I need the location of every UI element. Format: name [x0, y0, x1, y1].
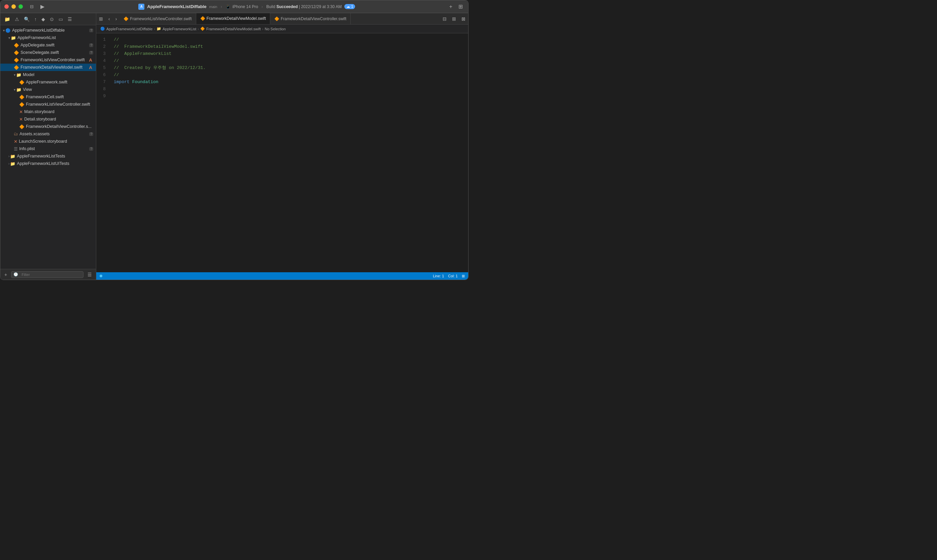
- badge-modified: A: [88, 58, 93, 63]
- line-info: Line: 1: [433, 274, 444, 278]
- layout-icon[interactable]: ⊞: [462, 274, 465, 278]
- badge: ?: [89, 132, 93, 136]
- search-icon-btn[interactable]: 🔍: [23, 16, 31, 23]
- breadcrumb-file-icon: 🔶: [200, 26, 205, 31]
- swift-tab-icon: 🔶: [200, 16, 205, 21]
- tree-label: AppleFrameworkList: [17, 35, 93, 40]
- breadcrumb-sep1: ›: [154, 27, 155, 31]
- breadcrumb-file[interactable]: FrameworkDetailViewModel.swift: [206, 27, 261, 31]
- tree-label: SceneDelegate.swift: [20, 50, 88, 55]
- tree-item-xcassets[interactable]: 🗂 Assets.xcassets ?: [0, 130, 96, 138]
- line-num-7: 7: [96, 78, 106, 86]
- breadcrumb-project-icon: 🔵: [100, 26, 105, 31]
- sep2: ›: [262, 4, 263, 9]
- badge: ?: [89, 29, 93, 32]
- tab-frameworkdetailviewmodel[interactable]: 🔶 FrameworkDetailViewModel.swift: [196, 13, 271, 24]
- status-dot: [100, 275, 102, 277]
- filter-input[interactable]: [20, 272, 81, 277]
- forward-button[interactable]: ›: [113, 13, 120, 24]
- tree-label: FrameworkDetailViewModel.swift: [20, 65, 87, 70]
- tree-item-appleframework[interactable]: 🔶 AppleFramework.swift: [0, 78, 96, 86]
- tree-item-mainstoryboard[interactable]: ✕ Main.storyboard: [0, 108, 96, 115]
- swift-tab-icon: 🔶: [123, 17, 129, 21]
- build-status: Build Succeeded | 2022/12/29 at 3:30 AM: [266, 5, 342, 9]
- tree-label: View: [23, 87, 93, 92]
- sort-icon-btn[interactable]: ☰: [86, 271, 93, 278]
- folder-icon: 📁: [10, 161, 15, 166]
- sidebar-bottom: + 🕐 ☰: [0, 269, 96, 280]
- project-icon: A: [138, 4, 145, 10]
- tab-frameworklistviewcontroller[interactable]: 🔶 FrameworkListViewController.swift: [120, 13, 196, 24]
- swift-icon: 🔶: [14, 65, 19, 70]
- rect-icon-btn[interactable]: ▭: [57, 16, 64, 23]
- tree-item-frameworklistviewcontroller-view[interactable]: 🔶 FrameworkListViewController.swift: [0, 101, 96, 108]
- titlebar-center: A AppleFrameworkListDiffable main › 📱 iP…: [46, 4, 448, 10]
- tree-item-frameworkdetailviewcontroller[interactable]: 🔶 FrameworkDetailViewController.s...: [0, 123, 96, 130]
- tree-item-view[interactable]: ▾ 📁 View: [0, 86, 96, 93]
- tree-item-project-root[interactable]: ▾ 🔵 AppleFrameworkListDiffable ?: [0, 26, 96, 34]
- minimize-button[interactable]: [11, 5, 16, 9]
- code-line-4: //: [110, 57, 468, 64]
- storyboard-icon: ✕: [14, 139, 17, 144]
- line-num-5: 5: [96, 64, 106, 71]
- traffic-lights: [5, 5, 23, 9]
- tab-label: FrameworkDetailViewController.swift: [281, 17, 346, 21]
- inspector-button[interactable]: ⊞: [449, 13, 459, 24]
- tree-item-model[interactable]: ▾ 📁 Model: [0, 71, 96, 78]
- breadcrumb-folder[interactable]: AppleFrameworkList: [163, 27, 196, 31]
- sidebar: 📁 ⚠ 🔍 ↑ ◆ ⊙ ▭ ☰ ▾ 🔵 AppleFrameworkListDi…: [0, 13, 96, 280]
- line-num-8: 8: [96, 86, 106, 92]
- tab-label: FrameworkDetailViewModel.swift: [207, 16, 266, 21]
- run-button[interactable]: ▶: [39, 3, 46, 11]
- chevron-icon: ▾: [14, 88, 15, 92]
- tree-label: FrameworkCell.swift: [26, 95, 93, 99]
- tree-item-launchscreen[interactable]: ✕ LaunchScreen.storyboard: [0, 138, 96, 145]
- build-status-text: Succeeded: [276, 5, 297, 9]
- line-num-4: 4: [96, 57, 106, 64]
- device-name: iPhone 14 Pro: [232, 5, 258, 9]
- assistant-button[interactable]: ⊠: [459, 13, 468, 24]
- sidebar-tree[interactable]: ▾ 🔵 AppleFrameworkListDiffable ? ▾ 📁 App…: [0, 25, 96, 269]
- sidebar-toggle-button[interactable]: ⊟: [27, 3, 36, 11]
- storyboard-icon: ✕: [19, 109, 23, 114]
- warning-icon-btn[interactable]: ⚠: [14, 16, 20, 23]
- vcs-icon-btn[interactable]: ↑: [33, 16, 38, 23]
- tree-item-uitests[interactable]: › 📁 AppleFrameworkListUITests: [0, 160, 96, 167]
- breadcrumb-project[interactable]: AppleFrameworkListDiffable: [106, 27, 152, 31]
- lines-icon-btn[interactable]: ☰: [66, 16, 73, 23]
- tree-item-appdelegate[interactable]: 🔶 AppDelegate.swift ?: [0, 42, 96, 49]
- close-button[interactable]: [5, 5, 9, 9]
- tree-item-detailstoryboard[interactable]: ✕ Detail.storyboard: [0, 115, 96, 123]
- sep1: ›: [220, 4, 222, 9]
- code-editor[interactable]: // // FrameworkDetailViewModel.swift // …: [110, 33, 468, 272]
- split-editor-button[interactable]: ⊟: [440, 13, 449, 24]
- diamond-icon-btn[interactable]: ◆: [40, 16, 46, 23]
- tab-frameworkdetailviewcontroller[interactable]: 🔶 FrameworkDetailViewController.swift: [270, 13, 351, 24]
- tree-label: AppleFrameworkListUITests: [17, 161, 93, 166]
- tab-spacer: [351, 13, 440, 24]
- add-editor-button[interactable]: +: [448, 3, 454, 11]
- tree-label: AppleFramework.swift: [26, 80, 93, 85]
- tree-item-scenedelegate[interactable]: 🔶 SceneDelegate.swift ?: [0, 49, 96, 56]
- tree-item-appleframeworklist[interactable]: ▾ 📁 AppleFrameworkList: [0, 34, 96, 42]
- chevron-icon: ▾: [3, 29, 5, 32]
- col-info: Col: 1: [448, 274, 458, 278]
- tree-item-tests[interactable]: › 📁 AppleFrameworkListTests: [0, 152, 96, 160]
- line-num-3: 3: [96, 50, 106, 57]
- back-button[interactable]: ‹: [106, 13, 113, 24]
- folder-icon-btn[interactable]: 📁: [3, 16, 11, 23]
- tree-item-frameworkcell[interactable]: 🔶 FrameworkCell.swift: [0, 93, 96, 101]
- tree-label: AppleFrameworkListDiffable: [12, 28, 88, 33]
- add-file-button[interactable]: +: [3, 271, 8, 278]
- maximize-button[interactable]: [18, 5, 23, 9]
- editor-area: ⊞ ‹ › 🔶 FrameworkListViewController.swif…: [96, 13, 468, 280]
- tree-item-frameworkdetailviewmodel[interactable]: 🔶 FrameworkDetailViewModel.swift A: [0, 64, 96, 71]
- circle-icon-btn[interactable]: ⊙: [48, 16, 55, 23]
- layout-toggle-button[interactable]: ⊞: [457, 3, 464, 11]
- grid-view-button[interactable]: ⊞: [96, 13, 106, 24]
- tree-label: Info.plist: [19, 146, 88, 151]
- swift-tab-icon: 🔶: [274, 17, 279, 21]
- tree-item-frameworklistviewcontroller[interactable]: 🔶 FrameworkListViewController.swift A: [0, 56, 96, 64]
- breadcrumb-sep3: ›: [262, 27, 263, 31]
- tree-item-infoplist[interactable]: ☰ Info.plist ?: [0, 145, 96, 152]
